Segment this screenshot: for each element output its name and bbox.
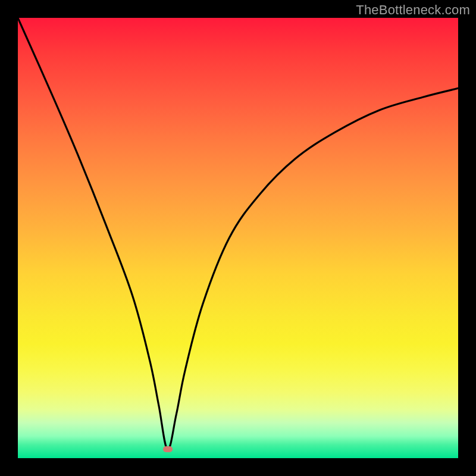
- watermark-text: TheBottleneck.com: [356, 2, 470, 18]
- plot-area: [18, 18, 458, 458]
- optimal-marker: [163, 446, 173, 452]
- bottleneck-curve: [18, 18, 458, 458]
- chart-frame: TheBottleneck.com: [0, 0, 476, 476]
